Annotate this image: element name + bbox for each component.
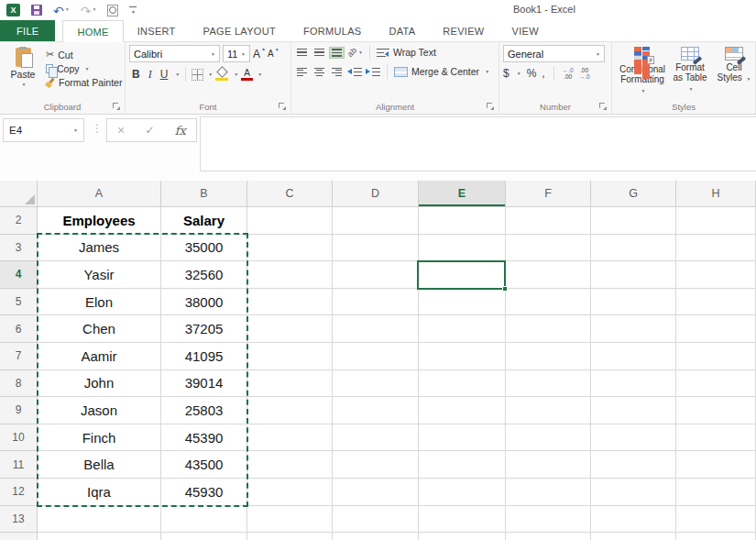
- cell[interactable]: [506, 533, 591, 540]
- cell[interactable]: [591, 479, 676, 506]
- cell[interactable]: [247, 289, 333, 316]
- cell[interactable]: 32560: [161, 261, 247, 289]
- format-as-table-button[interactable]: Format as Table ▼: [671, 45, 709, 99]
- clipboard-dialog-launcher-icon[interactable]: [113, 103, 121, 111]
- tab-home[interactable]: HOME: [62, 20, 123, 42]
- underline-button[interactable]: U: [158, 68, 171, 81]
- align-right-icon[interactable]: [330, 67, 344, 77]
- tab-file[interactable]: FILE: [0, 20, 55, 41]
- cell[interactable]: 37205: [161, 315, 247, 343]
- cell[interactable]: [333, 261, 419, 289]
- cell[interactable]: [161, 506, 247, 534]
- cell[interactable]: [333, 533, 419, 540]
- cell[interactable]: [591, 207, 676, 235]
- font-size-dropdown-icon[interactable]: ▼: [241, 51, 246, 57]
- active-cell-selection[interactable]: [417, 260, 506, 290]
- cell[interactable]: [247, 261, 333, 289]
- cell[interactable]: [247, 506, 333, 534]
- cell[interactable]: [506, 315, 591, 343]
- currency-dropdown-icon[interactable]: ▼: [517, 71, 521, 76]
- row-filler-header[interactable]: [0, 533, 38, 540]
- font-name-dropdown-icon[interactable]: ▼: [211, 51, 215, 57]
- cell[interactable]: [161, 533, 247, 540]
- enter-icon[interactable]: ✓: [145, 124, 154, 137]
- cell[interactable]: [591, 289, 676, 316]
- increase-font-size-icon[interactable]: A▲: [253, 48, 265, 61]
- cell[interactable]: [247, 533, 333, 540]
- column-header-d[interactable]: D: [333, 181, 419, 207]
- wrap-text-button[interactable]: Wrap Text: [393, 47, 436, 58]
- row-header-5[interactable]: 5: [0, 289, 38, 316]
- number-dialog-launcher-icon[interactable]: [599, 103, 608, 111]
- cell[interactable]: Jason: [38, 397, 161, 424]
- cell[interactable]: [506, 397, 591, 424]
- align-left-icon[interactable]: [295, 67, 309, 77]
- insert-function-icon[interactable]: fx: [175, 124, 186, 138]
- orientation-icon[interactable]: ab▼: [347, 48, 363, 57]
- fill-handle[interactable]: [502, 286, 508, 292]
- column-header-a[interactable]: A: [38, 181, 161, 207]
- fill-color-dropdown-icon[interactable]: ▼: [234, 72, 238, 77]
- increase-decimal-icon[interactable]: ←.0.00: [563, 67, 574, 80]
- cell[interactable]: [419, 533, 506, 540]
- format-painter-button[interactable]: Format Painter: [46, 77, 122, 88]
- cell[interactable]: [419, 451, 506, 479]
- cell[interactable]: [676, 370, 756, 398]
- cell[interactable]: [247, 479, 333, 506]
- cell[interactable]: Salary: [161, 207, 247, 235]
- cell[interactable]: Iqra: [38, 479, 161, 506]
- redo-dropdown-icon[interactable]: ▼: [92, 3, 96, 17]
- cell[interactable]: 41095: [161, 343, 247, 370]
- merge-center-dropdown-icon[interactable]: ▼: [485, 69, 489, 74]
- cell[interactable]: [591, 397, 676, 424]
- align-bottom-icon[interactable]: [330, 48, 344, 58]
- cell[interactable]: 43500: [161, 451, 247, 479]
- customize-qat-icon[interactable]: ▼: [129, 6, 137, 15]
- number-format-dropdown-icon[interactable]: ▼: [596, 51, 600, 57]
- column-header-b[interactable]: B: [161, 181, 247, 207]
- cut-button[interactable]: ✂ Cut: [46, 49, 122, 61]
- paste-dropdown-icon[interactable]: ▼: [22, 82, 27, 87]
- cell[interactable]: [506, 207, 591, 235]
- cell[interactable]: [591, 451, 676, 479]
- borders-dropdown-icon[interactable]: ▼: [208, 72, 213, 77]
- cell-styles-button[interactable]: Cell Styles ▼: [715, 45, 753, 99]
- currency-icon[interactable]: $: [503, 67, 509, 80]
- cell[interactable]: [591, 424, 676, 452]
- cell[interactable]: 45930: [161, 479, 247, 506]
- cell[interactable]: [506, 451, 591, 479]
- cell[interactable]: 38000: [161, 289, 247, 316]
- tab-insert[interactable]: INSERT: [124, 20, 190, 41]
- cell[interactable]: [419, 397, 506, 424]
- cell[interactable]: [247, 451, 333, 479]
- name-box-dropdown-icon[interactable]: ▼: [73, 127, 78, 133]
- cell[interactable]: [333, 235, 419, 262]
- column-header-f[interactable]: F: [506, 181, 591, 207]
- comma-icon[interactable]: ,: [542, 67, 544, 80]
- decrease-font-size-icon[interactable]: A▼: [268, 49, 279, 59]
- cell[interactable]: [247, 343, 333, 370]
- save-icon[interactable]: [31, 5, 42, 16]
- row-header-3[interactable]: 3: [0, 235, 38, 262]
- cell[interactable]: [38, 533, 161, 540]
- decrease-indent-icon[interactable]: [347, 67, 362, 77]
- decrease-decimal-icon[interactable]: .00→.0: [579, 67, 590, 80]
- cell[interactable]: [247, 370, 333, 398]
- borders-icon[interactable]: [192, 69, 203, 81]
- cell[interactable]: [333, 343, 419, 370]
- cell[interactable]: [333, 289, 419, 316]
- cell[interactable]: [419, 370, 506, 398]
- cell[interactable]: [506, 261, 591, 289]
- cell[interactable]: [676, 207, 756, 235]
- cell[interactable]: [591, 343, 676, 370]
- row-header-12[interactable]: 12: [0, 479, 38, 506]
- formula-input[interactable]: [200, 116, 756, 171]
- column-header-e[interactable]: E: [419, 181, 506, 207]
- cell[interactable]: James: [38, 235, 161, 262]
- cell[interactable]: [419, 235, 506, 262]
- tab-review[interactable]: REVIEW: [429, 20, 498, 41]
- font-name-select[interactable]: Calibri ▼: [129, 45, 220, 62]
- undo-dropdown-icon[interactable]: ▼: [65, 3, 70, 17]
- redo-button[interactable]: ↷ ▼: [81, 3, 97, 17]
- italic-button[interactable]: I: [146, 68, 155, 82]
